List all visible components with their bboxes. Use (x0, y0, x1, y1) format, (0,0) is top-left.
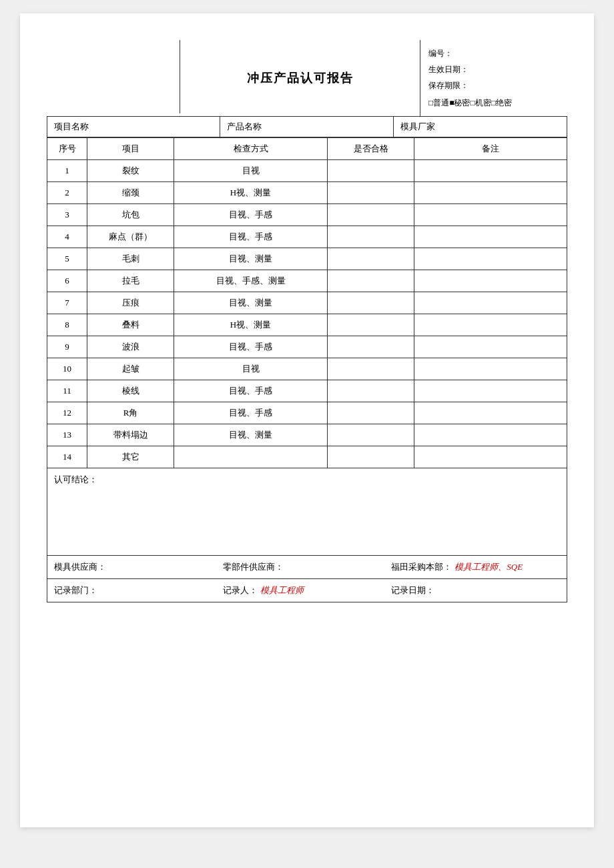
record-dept-label: 记录部门： (54, 584, 97, 596)
project-label: 项目名称 (54, 121, 89, 131)
shengxiao-label: 生效日期： (428, 61, 469, 77)
cell-seq: 11 (47, 380, 87, 402)
table-row: 7 压痕 目视、测量 (47, 292, 567, 314)
cell-seq: 3 (47, 204, 87, 226)
conclusion-section: 认可结论： (47, 468, 567, 556)
cell-qualified (328, 314, 414, 336)
cell-remark (414, 182, 567, 204)
table-row: 14 其它 (47, 446, 567, 468)
header-check: 检查方式 (174, 138, 328, 160)
logo-cell (47, 40, 180, 113)
baocun-label: 保存期限： (428, 77, 469, 93)
futian-item: 福田采购本部： 模具工程师、SQE (391, 561, 560, 573)
cell-seq: 6 (47, 270, 87, 292)
top-section: 冲压产品认可报告 编号： 生效日期： 保存期限： □普通■秘密□机密□绝密 (47, 40, 567, 117)
cell-qualified (328, 424, 414, 446)
cell-remark (414, 248, 567, 270)
cell-item: 毛刺 (87, 248, 174, 270)
mold-label: 模具厂家 (400, 121, 435, 131)
cell-qualified (328, 446, 414, 468)
cell-seq: 9 (47, 336, 87, 358)
table-header-row: 序号 项目 检查方式 是否合格 备注 (47, 138, 567, 160)
cell-remark (414, 358, 567, 380)
table-row: 3 坑包 目视、手感 (47, 204, 567, 226)
cell-item: 其它 (87, 446, 174, 468)
futian-label: 福田采购本部： (391, 561, 452, 573)
product-label-cell: 产品名称 (220, 117, 393, 137)
cell-qualified (328, 292, 414, 314)
cell-qualified (328, 336, 414, 358)
cell-remark (414, 446, 567, 468)
recorder-item: 记录人： 模具工程师 (223, 584, 392, 596)
cell-check: 目视、手感 (174, 336, 328, 358)
cell-item: 叠料 (87, 314, 174, 336)
cell-check: 目视、手感 (174, 402, 328, 424)
cell-item: 麻点（群） (87, 226, 174, 248)
cell-qualified (328, 358, 414, 380)
cell-seq: 12 (47, 402, 87, 424)
cell-item: R角 (87, 402, 174, 424)
table-row: 6 拉毛 目视、手感、测量 (47, 270, 567, 292)
mold-label-cell: 模具厂家 (394, 117, 567, 137)
cell-item: 裂纹 (87, 160, 174, 182)
table-row: 4 麻点（群） 目视、手感 (47, 226, 567, 248)
cell-check: 目视、手感 (174, 204, 328, 226)
meta-cell: 编号： 生效日期： 保存期限： □普通■秘密□机密□绝密 (420, 40, 567, 116)
table-row: 2 缩颈 H视、测量 (47, 182, 567, 204)
cell-seq: 4 (47, 226, 87, 248)
meta-biaohao: 编号： (428, 45, 559, 61)
header-item: 项目 (87, 138, 174, 160)
record-date-item: 记录日期： (391, 584, 560, 596)
cell-check: 目视、手感 (174, 380, 328, 402)
mold-supplier-item: 模具供应商： (54, 561, 223, 573)
table-row: 1 裂纹 目视 (47, 160, 567, 182)
cell-remark (414, 226, 567, 248)
cell-check: 目视 (174, 358, 328, 380)
cell-remark (414, 204, 567, 226)
cell-seq: 5 (47, 248, 87, 270)
cell-seq: 2 (47, 182, 87, 204)
cell-check: 目视 (174, 160, 328, 182)
cell-qualified (328, 182, 414, 204)
table-row: 13 带料塌边 目视、测量 (47, 424, 567, 446)
cell-check: 目视、手感 (174, 226, 328, 248)
parts-supplier-item: 零部件供应商： (223, 561, 392, 573)
table-row: 11 棱线 目视、手感 (47, 380, 567, 402)
cell-remark (414, 160, 567, 182)
footer-record: 记录部门： 记录人： 模具工程师 记录日期： (47, 579, 567, 602)
project-label-cell: 项目名称 (47, 117, 220, 137)
main-table: 序号 项目 检查方式 是否合格 备注 1 裂纹 目视 2 缩颈 H视、测量 3 … (47, 137, 567, 468)
cell-item: 压痕 (87, 292, 174, 314)
cell-qualified (328, 380, 414, 402)
page-title: 冲压产品认可报告 (247, 70, 354, 86)
cell-qualified (328, 248, 414, 270)
table-row: 5 毛刺 目视、测量 (47, 248, 567, 270)
cell-check: H视、测量 (174, 182, 328, 204)
cell-seq: 8 (47, 314, 87, 336)
page: 冲压产品认可报告 编号： 生效日期： 保存期限： □普通■秘密□机密□绝密 项目… (20, 13, 594, 827)
cell-check: H视、测量 (174, 314, 328, 336)
footer-supplier: 模具供应商： 零部件供应商： 福田采购本部： 模具工程师、SQE (47, 556, 567, 579)
cell-check: 目视、测量 (174, 248, 328, 270)
record-dept-item: 记录部门： (54, 584, 223, 596)
cell-qualified (328, 226, 414, 248)
cell-item: 起皱 (87, 358, 174, 380)
parts-supplier-label: 零部件供应商： (223, 561, 284, 573)
meta-secrecy: □普通■秘密□机密□绝密 (428, 95, 559, 111)
cell-item: 波浪 (87, 336, 174, 358)
meta-shengxiao: 生效日期： (428, 61, 559, 77)
cell-seq: 7 (47, 292, 87, 314)
header-seq: 序号 (47, 138, 87, 160)
cell-item: 坑包 (87, 204, 174, 226)
cell-item: 棱线 (87, 380, 174, 402)
cell-qualified (328, 270, 414, 292)
cell-remark (414, 314, 567, 336)
header-qualified: 是否合格 (328, 138, 414, 160)
table-row: 10 起皱 目视 (47, 358, 567, 380)
table-row: 8 叠料 H视、测量 (47, 314, 567, 336)
info-row: 项目名称 产品名称 模具厂家 (47, 117, 567, 137)
title-cell: 冲压产品认可报告 (180, 40, 420, 116)
conclusion-content (54, 490, 560, 550)
cell-qualified (328, 402, 414, 424)
cell-qualified (328, 160, 414, 182)
